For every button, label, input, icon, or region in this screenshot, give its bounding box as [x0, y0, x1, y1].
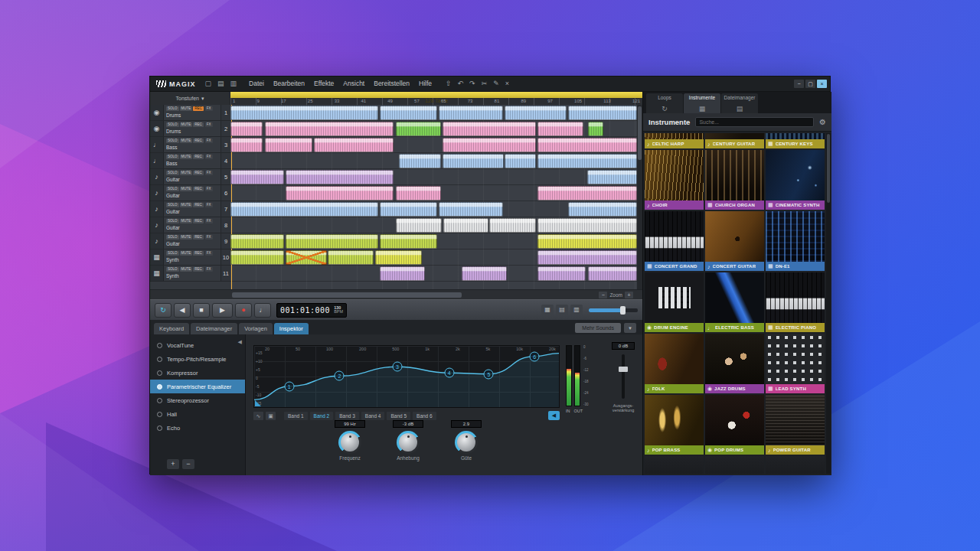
- zoom-out-button[interactable]: −: [599, 292, 607, 298]
- track-rec-button[interactable]: REC: [193, 171, 204, 175]
- horizontal-scrollbar[interactable]: [232, 292, 462, 298]
- audio-clip[interactable]: [314, 138, 394, 152]
- audio-clip[interactable]: [443, 122, 536, 136]
- track-rec-button[interactable]: REC: [193, 251, 204, 256]
- band-button-band-4[interactable]: Band 4: [361, 412, 385, 420]
- master-volume-slider[interactable]: [589, 308, 638, 312]
- track-rec-button[interactable]: REC: [193, 139, 204, 143]
- track-solo-button[interactable]: SOLO: [166, 187, 179, 191]
- track-header[interactable]: ◉ SOLOMUTEREC FX Drums 1: [150, 105, 230, 121]
- gain-slider[interactable]: [622, 354, 625, 399]
- track-solo-button[interactable]: SOLO: [166, 106, 179, 111]
- audio-clip[interactable]: [286, 170, 394, 184]
- tab-keyboard[interactable]: Keyboard: [154, 323, 189, 334]
- menu-item-datei[interactable]: Datei: [244, 77, 269, 91]
- scrollbar-thumb[interactable]: [638, 106, 642, 160]
- track-mute-button[interactable]: MUTE: [180, 122, 193, 127]
- vertical-scrollbar[interactable]: [637, 105, 642, 289]
- instrument-tile[interactable]: ▦ CONCERT GRAND: [645, 211, 704, 271]
- grid-button[interactable]: ▤: [556, 305, 568, 315]
- track-mute-button[interactable]: MUTE: [180, 235, 193, 240]
- track-header[interactable]: ♪ SOLOMUTEREC FX Guitar 8: [150, 217, 230, 233]
- audio-clip[interactable]: [443, 138, 536, 152]
- eq-band-node-3[interactable]: 3: [393, 362, 403, 372]
- collapse-panel-button[interactable]: ◀: [238, 339, 242, 345]
- audio-clip[interactable]: [396, 122, 441, 136]
- menu-item-bereitstellen[interactable]: Bereitstellen: [369, 77, 414, 91]
- sounds-dropdown-button[interactable]: ▾: [624, 323, 636, 333]
- track-fx-button[interactable]: FX: [205, 219, 213, 223]
- track-header[interactable]: ♩ SOLOMUTEREC FX Bass 4: [150, 153, 230, 169]
- redo-icon[interactable]: ↷: [466, 77, 479, 91]
- curve-mode-button[interactable]: ∿: [253, 412, 263, 420]
- compare-button[interactable]: ▣: [266, 412, 276, 420]
- audio-clip[interactable]: [230, 234, 284, 249]
- more-sounds-button[interactable]: Mehr Sounds: [575, 323, 621, 333]
- effect-item-hall[interactable]: Hall: [150, 407, 245, 421]
- audio-clip[interactable]: [537, 122, 583, 136]
- eq-band-node-4[interactable]: 4: [444, 368, 454, 378]
- instrument-tile[interactable]: ♪ POP BRASS: [645, 395, 704, 455]
- to-start-button[interactable]: ◀: [174, 303, 191, 318]
- instrument-tile[interactable]: ♪ CELTIC HARP: [645, 133, 704, 148]
- track-rec-button[interactable]: REC: [193, 122, 204, 127]
- instrument-tile[interactable]: ▦ CINEMATIC SYNTH: [766, 150, 825, 210]
- track-fx-button[interactable]: FX: [205, 267, 213, 272]
- instrument-tile[interactable]: [645, 456, 704, 474]
- instrument-tile[interactable]: ▦ ELECTRIC PIANO: [766, 272, 825, 332]
- audio-clip[interactable]: [537, 138, 637, 152]
- power-icon[interactable]: [157, 370, 162, 376]
- pool-scrollbar[interactable]: [826, 133, 831, 474]
- metronome-button[interactable]: ♩: [254, 303, 271, 318]
- audio-clip[interactable]: [265, 122, 394, 136]
- track-mute-button[interactable]: MUTE: [180, 251, 193, 256]
- track-header[interactable]: ▦ SOLOMUTEREC FX Synth 11: [150, 266, 230, 282]
- audio-clip[interactable]: [230, 106, 378, 120]
- close-button[interactable]: ×: [817, 80, 827, 88]
- instrument-tile[interactable]: ♪ POWER GUITAR: [766, 395, 825, 455]
- track-fx-button[interactable]: FX: [205, 187, 213, 191]
- remove-effect-button[interactable]: −: [182, 459, 194, 469]
- track-solo-button[interactable]: SOLO: [166, 235, 179, 240]
- track-solo-button[interactable]: SOLO: [166, 139, 179, 143]
- track-fx-button[interactable]: FX: [205, 139, 213, 143]
- track-solo-button[interactable]: SOLO: [166, 267, 179, 272]
- stop-button[interactable]: ■: [193, 303, 210, 318]
- instrument-tile[interactable]: [705, 456, 764, 474]
- pitch-mode-dropdown[interactable]: Tonstufen ▾: [150, 92, 230, 105]
- add-effect-button[interactable]: +: [167, 459, 179, 469]
- audio-clip[interactable]: [230, 202, 378, 217]
- audio-clip[interactable]: [380, 266, 425, 281]
- bands-page-button[interactable]: ◀: [548, 411, 560, 420]
- power-icon[interactable]: [157, 425, 162, 431]
- track-rec-button[interactable]: REC: [193, 235, 204, 240]
- instrument-tile[interactable]: ♪ FOLK: [645, 334, 704, 393]
- track-fx-button[interactable]: FX: [205, 251, 213, 256]
- pool-tab-loops[interactable]: Loops↻: [646, 93, 683, 113]
- track-mute-button[interactable]: MUTE: [180, 139, 193, 143]
- track-header[interactable]: ♪ SOLOMUTEREC FX Guitar 7: [150, 201, 230, 217]
- tab-vorlagen[interactable]: Vorlagen: [239, 323, 273, 334]
- menu-item-bearbeiten[interactable]: Bearbeiten: [269, 77, 309, 91]
- audio-clip[interactable]: [230, 138, 263, 152]
- scrollbar-thumb[interactable]: [827, 134, 830, 203]
- track-header[interactable]: ◉ SOLOMUTEREC FX Drums 2: [150, 121, 230, 137]
- track-rec-button[interactable]: REC: [193, 219, 204, 223]
- instrument-tile[interactable]: ♪ CHOIR: [645, 150, 704, 210]
- new-icon[interactable]: ▢: [202, 77, 215, 91]
- pool-tab-dateimanager[interactable]: Dateimanager▤: [721, 93, 758, 113]
- track-solo-button[interactable]: SOLO: [166, 155, 179, 159]
- audio-clip[interactable]: [489, 218, 536, 233]
- save-icon[interactable]: ▥: [227, 77, 240, 91]
- band-button-band-3[interactable]: Band 3: [335, 412, 359, 420]
- track-lanes[interactable]: [230, 105, 637, 289]
- audio-clip[interactable]: [505, 154, 536, 168]
- audio-clip[interactable]: [328, 250, 373, 265]
- audio-clip[interactable]: [537, 234, 637, 249]
- track-fx-button[interactable]: FX: [205, 203, 213, 207]
- audio-clip[interactable]: [286, 234, 378, 249]
- effect-item-echo[interactable]: Echo: [150, 421, 245, 435]
- draw-icon[interactable]: ✎: [490, 77, 502, 91]
- power-icon[interactable]: [157, 384, 162, 390]
- effect-item-tempo-pitch-resample[interactable]: Tempo-Pitch/Resample: [150, 352, 245, 366]
